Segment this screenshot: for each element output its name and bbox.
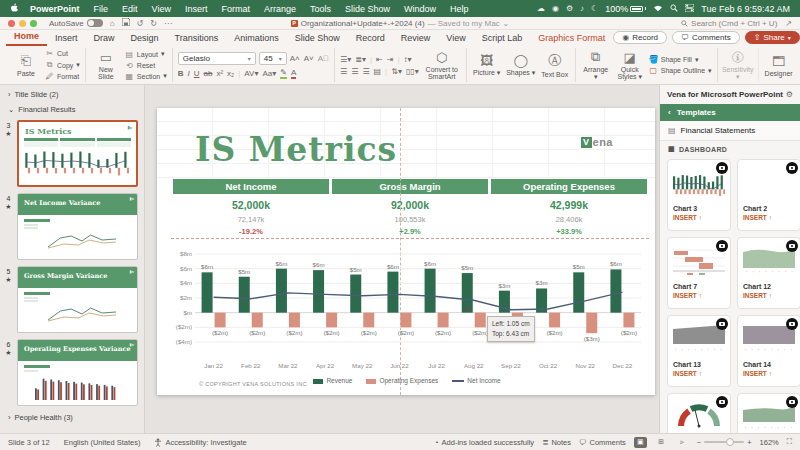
menu-format[interactable]: Format <box>214 4 257 14</box>
kpi-table[interactable]: Net Income 52,000k 72,147k -19.2%Gross M… <box>173 179 647 236</box>
music-icon[interactable]: ♪ <box>580 4 584 13</box>
align-left-button[interactable]: ☰ <box>340 67 347 76</box>
zoom-knob[interactable] <box>726 438 734 446</box>
slide-thumbnail-preview[interactable]: ▮vOperating Expenses Variance <box>17 339 138 406</box>
template-card-chart-37[interactable]: Chart 37 INSERT ↑ <box>667 393 731 433</box>
home-icon[interactable]: ⌂ <box>110 19 115 28</box>
slide-editor[interactable]: IS Metrics V ena Net Income 52,000k 72,1… <box>157 108 655 395</box>
gear-status-icon[interactable]: ⚙ <box>566 4 573 13</box>
slide-thumbnail-4[interactable]: 4★ ▮vNet Income Variance <box>0 190 144 263</box>
tab-design[interactable]: Design <box>123 31 167 46</box>
font-size-select[interactable]: 45▾ <box>259 52 287 65</box>
line-spacing-button[interactable]: ↕▾ <box>404 55 412 64</box>
control-center-icon[interactable] <box>685 4 694 14</box>
slide-thumbnail-preview[interactable]: ▮vNet Income Variance <box>17 193 138 260</box>
tab-draw[interactable]: Draw <box>86 31 123 46</box>
template-card-chart-3[interactable]: Chart 3 INSERT ↑ <box>667 159 731 231</box>
numbering-button[interactable]: ≣▾ <box>355 55 366 64</box>
subscript-button[interactable]: x₂ <box>227 69 234 78</box>
cut-button[interactable]: ✂Cut <box>45 49 80 58</box>
templates-back-button[interactable]: ‹ Templates <box>660 104 800 121</box>
section-button[interactable]: ▦Section ▾ <box>125 72 167 81</box>
zoom-out-icon[interactable]: − <box>697 438 701 447</box>
share-button[interactable]: ⇧Share▾ <box>745 31 800 44</box>
align-center-button[interactable]: ☰ <box>351 67 358 76</box>
menu-powerpoint[interactable]: PowerPoint <box>23 4 87 14</box>
template-card-chart-12[interactable]: ›››››››› Chart 12 INSERT ↑ <box>737 237 800 309</box>
accessibility-status[interactable]: Accessibility: Investigate <box>154 438 246 447</box>
menu-tools[interactable]: Tools <box>303 4 338 14</box>
tab-animations[interactable]: Animations <box>226 31 287 46</box>
undo-icon[interactable]: ↺ <box>137 19 144 28</box>
bold-button[interactable]: B <box>178 69 184 78</box>
convert-smartart-button[interactable]: ⬡Convert to SmartArt <box>423 50 461 80</box>
slide-thumbnail-3[interactable]: 3★ IS Metrics ▮v <box>0 117 144 190</box>
menu-file[interactable]: File <box>87 4 116 14</box>
tab-slide-show[interactable]: Slide Show <box>287 31 348 46</box>
copy-button[interactable]: ⧉Copy ▾ <box>45 60 80 70</box>
tab-insert[interactable]: Insert <box>47 31 86 46</box>
card-insert-button[interactable]: INSERT ↑ <box>743 292 795 299</box>
share-doc-icon[interactable]: ↗ <box>785 19 792 28</box>
slide-thumbnail-5[interactable]: 5★ ▮vGross Margin Variance <box>0 263 144 336</box>
record-status-icon[interactable]: ◉ <box>552 4 559 13</box>
zoom-slider[interactable]: − + <box>697 438 752 447</box>
notes-button[interactable]: ≣Notes <box>542 438 571 447</box>
vena-settings-icon[interactable]: ⚙ <box>786 90 793 99</box>
menu-insert[interactable]: Insert <box>178 4 215 14</box>
new-slide-button[interactable]: ▭New Slide <box>91 50 121 80</box>
kpi-operating-expenses[interactable]: Operating Expenses 42,999k 28,406k +33.9… <box>491 179 647 236</box>
reset-button[interactable]: ⟲Reset <box>125 61 167 70</box>
slide-counter[interactable]: Slide 3 of 12 <box>8 438 50 447</box>
decrease-font-button[interactable]: A˅ <box>304 54 314 63</box>
kpi-gross-margin[interactable]: Gross Margin 92,000k 100,553k +2.9% <box>332 179 488 236</box>
zoom-percent[interactable]: 162% <box>760 438 779 447</box>
bullets-button[interactable]: ☰▾ <box>340 55 351 64</box>
section-title-slide[interactable]: ›Title Slide (2) <box>0 87 144 102</box>
menubar-clock[interactable]: Tue Feb 6 9:59:42 AM <box>701 4 790 14</box>
menu-arrange[interactable]: Arrange <box>257 4 303 14</box>
financial-statements-item[interactable]: ▤ Financial Statements <box>660 121 800 141</box>
indent-button[interactable]: ⇥ <box>387 55 394 64</box>
dashboard-section-header[interactable]: ▦ DASHBOARD <box>660 141 800 157</box>
shape-outline-button[interactable]: ▢Shape Outline ▾ <box>649 66 712 75</box>
slide-sorter-view-button[interactable]: ⊞ <box>655 437 668 448</box>
font-name-select[interactable]: Gelasio▾ <box>178 52 256 65</box>
paste-button[interactable]: ⎗Paste <box>11 53 41 77</box>
arrange-button[interactable]: ⧉Arrange ▾ <box>581 49 611 81</box>
spotlight-icon[interactable] <box>670 4 678 14</box>
template-card-chart-7[interactable]: Chart 7 INSERT ↑ <box>667 237 731 309</box>
redo-icon[interactable]: ↻ <box>150 19 157 28</box>
card-insert-button[interactable]: INSERT ↑ <box>743 214 795 221</box>
outdent-button[interactable]: ⇤ <box>376 55 383 64</box>
tab-view[interactable]: View <box>438 31 473 46</box>
strikethrough-button[interactable]: ab <box>204 69 213 78</box>
shapes-button[interactable]: ◯Shapes ▾ <box>506 53 536 77</box>
designer-button[interactable]: 🗔Designer <box>764 54 794 77</box>
battery-indicator[interactable]: 100% <box>605 4 646 14</box>
menu-slide-show[interactable]: Slide Show <box>338 4 397 14</box>
text-box-button[interactable]: ⒶText Box <box>540 52 570 78</box>
tab-record[interactable]: Record <box>348 31 393 46</box>
slide-thumbnail-preview[interactable]: ▮vGross Margin Variance <box>17 266 138 333</box>
menu-window[interactable]: Window <box>397 4 443 14</box>
tab-script-lab[interactable]: Script Lab <box>474 31 531 46</box>
text-direction-button[interactable]: ⇅▾ <box>391 67 402 76</box>
quick-styles-button[interactable]: ◪Quick Styles ▾ <box>615 50 645 81</box>
comments-statusbar-button[interactable]: 🗩Comments <box>579 438 626 447</box>
language-status[interactable]: English (United States) <box>64 438 141 447</box>
menu-help[interactable]: Help <box>443 4 476 14</box>
columns-button[interactable]: ▯▯▾ <box>406 67 419 76</box>
zoom-window-button[interactable] <box>30 20 37 27</box>
fit-slide-icon[interactable]: ⛶ <box>787 437 792 447</box>
zoom-in-icon[interactable]: + <box>747 438 751 447</box>
moon-icon[interactable]: ☾ <box>591 4 598 13</box>
menu-edit[interactable]: Edit <box>115 4 145 14</box>
more-commands-icon[interactable]: ⋯ <box>164 19 172 28</box>
slide-title-text[interactable]: IS Metrics <box>195 130 397 169</box>
comments-button[interactable]: 🗩Comments <box>672 31 740 44</box>
card-insert-button[interactable]: INSERT ↑ <box>673 214 725 221</box>
slide-thumbnail-6[interactable]: 6★ ▮vOperating Expenses Variance <box>0 336 144 409</box>
kpi-net-income[interactable]: Net Income 52,000k 72,147k -19.2% <box>173 179 329 236</box>
save-icon[interactable] <box>122 18 130 28</box>
